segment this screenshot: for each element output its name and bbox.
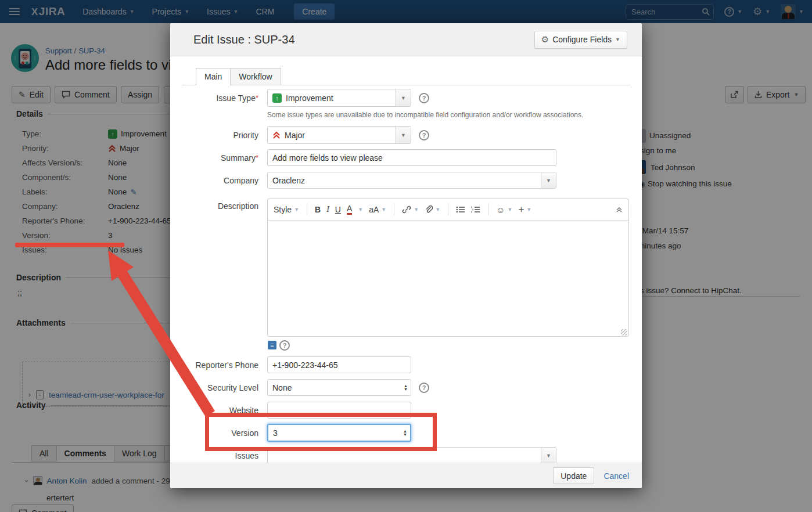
link-button[interactable]: ▼: [402, 205, 419, 214]
description-textarea[interactable]: [268, 221, 628, 337]
dropdown-arrow-icon[interactable]: ▼: [396, 127, 411, 143]
attach-button[interactable]: ▼: [425, 205, 440, 214]
issue-type-select[interactable]: ↑ Improvement ▼: [267, 89, 411, 107]
description-editor[interactable]: Style▼ B I U A ▼ aA▼ ▼ ▼: [267, 199, 629, 337]
help-icon[interactable]: ?: [419, 130, 429, 140]
tab-main[interactable]: Main: [196, 68, 231, 85]
summary-label: Summary*: [170, 153, 258, 163]
dropdown-arrow-icon[interactable]: ▼: [396, 89, 411, 106]
tab-workflow[interactable]: Workflow: [230, 68, 281, 85]
improvement-icon: ↑: [272, 93, 282, 103]
chevron-down-icon: ▼: [294, 207, 299, 212]
resize-handle[interactable]: [621, 329, 627, 336]
annotation-highlight-box: [205, 413, 437, 451]
gear-icon: ⚙: [541, 34, 549, 45]
priority-label: Priority: [170, 131, 258, 140]
company-combobox[interactable]: Oraclenz ▼: [267, 172, 556, 189]
chevron-down-icon: ▼: [381, 207, 386, 212]
issue-type-label: Issue Type*: [170, 93, 258, 103]
chevron-down-icon: ▼: [526, 207, 531, 212]
help-icon[interactable]: ?: [279, 340, 290, 351]
help-icon[interactable]: ?: [419, 93, 429, 103]
italic-button[interactable]: I: [326, 205, 329, 214]
dialog-title: Edit Issue : SUP-34: [193, 33, 295, 46]
issues-label: Issues: [170, 451, 258, 460]
reporters-phone-label: Reporter's Phone: [170, 360, 258, 370]
bullet-list-icon: [456, 205, 465, 214]
text-color-button[interactable]: A: [347, 204, 352, 215]
update-button[interactable]: Update: [553, 467, 594, 484]
style-menu-button[interactable]: Style▼: [274, 205, 299, 214]
help-icon[interactable]: ?: [419, 383, 429, 393]
summary-input[interactable]: [267, 149, 556, 166]
security-level-label: Security Level: [170, 383, 258, 392]
dropdown-arrow-icon[interactable]: ▼: [541, 448, 556, 463]
bold-button[interactable]: B: [315, 205, 321, 214]
numbered-list-button[interactable]: [471, 205, 480, 214]
description-label: Description: [170, 201, 258, 211]
collapse-toolbar-button[interactable]: [616, 206, 623, 213]
text-size-button[interactable]: aA▼: [369, 205, 386, 214]
major-priority-icon: [272, 131, 281, 139]
editor-toolbar: Style▼ B I U A ▼ aA▼ ▼ ▼: [268, 199, 628, 221]
double-chevron-up-icon: [616, 206, 623, 213]
dialog-header: Edit Issue : SUP-34 ⚙ Configure Fields ▼: [170, 23, 642, 56]
annotation-underline: [15, 243, 124, 247]
reporters-phone-input[interactable]: [267, 356, 411, 373]
plus-icon: +: [518, 204, 524, 215]
select-stepper-icon: ▲▼: [404, 384, 408, 391]
emoji-button[interactable]: ☺▼: [496, 205, 512, 215]
smiley-icon: ☺: [496, 205, 505, 215]
bullet-list-button[interactable]: [456, 205, 465, 214]
dialog-tabs: Main Workflow: [196, 68, 281, 85]
priority-select[interactable]: Major ▼: [267, 126, 411, 144]
chevron-down-icon: ▼: [414, 207, 419, 212]
underline-button[interactable]: U: [335, 205, 341, 214]
cancel-link[interactable]: Cancel: [603, 471, 629, 481]
wiki-markup-icon[interactable]: ≡: [268, 341, 276, 349]
screen: ΧJIRA Dashboards▼ Projects▼ Issues▼ CRM …: [0, 0, 812, 512]
configure-fields-button[interactable]: ⚙ Configure Fields ▼: [534, 31, 627, 49]
security-level-select[interactable]: None ▲▼: [267, 379, 411, 396]
link-icon: [402, 205, 411, 214]
issue-type-helper-text: Some issue types are unavailable due to …: [267, 111, 583, 119]
chevron-down-icon[interactable]: ▼: [358, 207, 363, 212]
chevron-down-icon: ▼: [615, 37, 620, 42]
paperclip-icon: [425, 205, 433, 214]
dropdown-arrow-icon[interactable]: ▼: [541, 172, 556, 188]
dialog-footer: Update Cancel: [170, 463, 642, 488]
company-label: Company: [170, 176, 258, 185]
numbered-list-icon: [471, 205, 480, 214]
chevron-down-icon: ▼: [435, 207, 440, 212]
insert-more-button[interactable]: +▼: [518, 204, 531, 215]
chevron-down-icon: ▼: [507, 207, 512, 212]
